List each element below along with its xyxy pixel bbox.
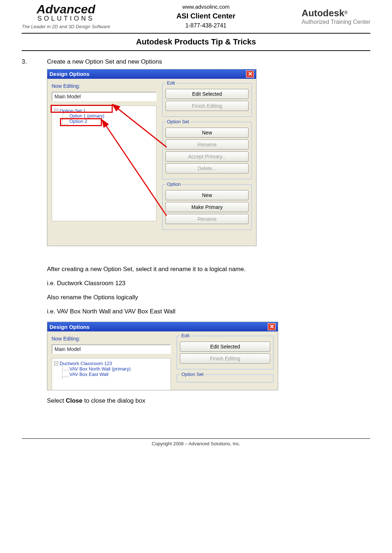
- tree-line: [62, 370, 69, 370]
- header-rule-bottom: [22, 50, 370, 51]
- close-icon[interactable]: ✕: [246, 70, 254, 78]
- tree-option-vav-east[interactable]: VAV Box East Wall: [54, 372, 168, 377]
- design-options-dialog-1: Design Options ✕ Now Editing: Main Model…: [47, 69, 257, 246]
- design-options-dialog-2: Design Options ✕ Now Editing: Main Model…: [47, 322, 278, 390]
- registered-icon: ®: [344, 10, 348, 15]
- annotation-box-option2: [60, 118, 102, 126]
- group-option-set-legend: Option Set: [180, 372, 205, 377]
- logo-autodesk: Autodesk® Authorized Training Center: [302, 8, 370, 25]
- autodesk-atc: Authorized Training Center: [302, 19, 370, 25]
- option-tree[interactable]: − Ductwork Classroom 123 VAV Box North W…: [52, 358, 171, 390]
- closing-pre: Select: [47, 397, 66, 404]
- group-option-set-legend: Option Set: [165, 119, 190, 124]
- tree-line: [62, 377, 69, 377]
- tree-option-vav-north[interactable]: VAV Box North Wall (primary): [54, 366, 168, 372]
- group-option-set: Option Set New Rename Accept Primary... …: [162, 122, 252, 179]
- para-also-rename: Also rename the Options logically: [47, 292, 370, 302]
- group-edit-legend: Edit: [180, 333, 191, 338]
- group-edit: Edit Edit Selected Finish Editing: [177, 336, 273, 369]
- group-edit-legend: Edit: [165, 80, 176, 86]
- closing-line: Select Close to close the dialog box: [47, 396, 370, 406]
- option-rename-button[interactable]: Rename: [165, 214, 249, 224]
- step-text: Create a new Option Set and new Options: [47, 58, 370, 65]
- dialog-titlebar[interactable]: Design Options ✕: [47, 322, 278, 331]
- collapse-icon[interactable]: −: [54, 361, 58, 365]
- option-make-primary-button[interactable]: Make Primary: [165, 202, 249, 212]
- edit-selected-button[interactable]: Edit Selected: [180, 342, 270, 352]
- step-3: 3. Create a new Option Set and new Optio…: [22, 58, 370, 65]
- autodesk-brand: Autodesk: [302, 8, 344, 18]
- edit-selected-button[interactable]: Edit Selected: [165, 89, 249, 99]
- logo-text-big: Advanced: [36, 4, 95, 15]
- group-option-set: Option Set: [177, 374, 273, 382]
- closing-bold: Close: [66, 397, 82, 404]
- closing-post: to close the dialog box: [82, 397, 145, 404]
- para-example-set: i.e. Ductwork Classroom 123: [47, 278, 370, 288]
- logo-tagline: The Leader in 2D and 3D Design Software: [22, 24, 110, 29]
- header-client-center: ASI Client Center: [176, 12, 235, 20]
- annotation-box-set: [51, 105, 113, 113]
- instruction-text-block: After creating a new Option Set, select …: [47, 264, 370, 317]
- finish-editing-button[interactable]: Finish Editing: [180, 353, 270, 364]
- tree-option-set-renamed[interactable]: − Ductwork Classroom 123: [54, 361, 168, 366]
- option-set-rename-button[interactable]: Rename: [165, 140, 249, 150]
- step-number: 3.: [22, 58, 47, 65]
- option-tree[interactable]: − Option Set 1 Option 1 (primary) Option…: [52, 106, 156, 221]
- header-url: www.advsolinc.com: [176, 4, 235, 10]
- tree-set-label: Ductwork Classroom 123: [60, 361, 112, 366]
- now-editing-field[interactable]: Main Model: [52, 92, 156, 101]
- document-header: Advanced SOLUTIONS The Leader in 2D and …: [22, 4, 370, 29]
- page-title: Autodesk Products Tip & Tricks: [22, 37, 370, 47]
- dialog-title: Design Options: [49, 324, 90, 330]
- option-new-button[interactable]: New: [165, 190, 249, 200]
- para-example-options: i.e. VAV Box North Wall and VAV Box East…: [47, 306, 370, 316]
- tree-option-1[interactable]: Option 1 (primary): [54, 113, 154, 119]
- logo-advanced-solutions: Advanced SOLUTIONS The Leader in 2D and …: [22, 4, 110, 29]
- now-editing-field[interactable]: Main Model: [52, 344, 171, 354]
- group-edit: Edit Edit Selected Finish Editing: [162, 83, 252, 117]
- document-footer: Copyright 2008 – Advanced Solutions, Inc…: [22, 438, 370, 446]
- now-editing-label: Now Editing:: [52, 83, 156, 89]
- header-phone: 1-877-438-2741: [176, 22, 235, 29]
- now-editing-label: Now Editing:: [52, 336, 171, 342]
- dialog-titlebar[interactable]: Design Options ✕: [47, 69, 256, 79]
- dialog-title: Design Options: [49, 71, 90, 77]
- group-option-legend: Option: [165, 181, 182, 187]
- option-set-delete-button[interactable]: Delete...: [165, 163, 249, 173]
- group-option: Option New Make Primary Rename: [162, 184, 252, 230]
- tree-line: [62, 117, 69, 118]
- option-set-accept-primary-button[interactable]: Accept Primary...: [165, 151, 249, 162]
- close-icon[interactable]: ✕: [268, 323, 276, 330]
- header-center: www.advsolinc.com ASI Client Center 1-87…: [176, 4, 235, 29]
- logo-text-solutions: SOLUTIONS: [37, 15, 94, 22]
- header-rule-top: [22, 33, 370, 34]
- option-set-new-button[interactable]: New: [165, 128, 249, 138]
- para-after-creating: After creating a new Option Set, select …: [47, 264, 370, 274]
- finish-editing-button[interactable]: Finish Editing: [165, 101, 249, 111]
